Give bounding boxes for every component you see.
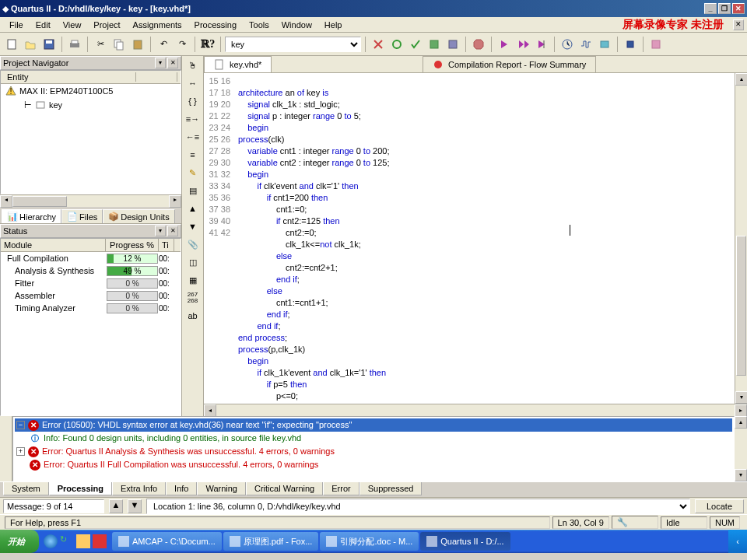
message-tab-processing[interactable]: Processing <box>49 482 112 495</box>
device-label[interactable]: MAX II: EPM240T100C5 <box>19 86 113 96</box>
uncomment-icon[interactable]: ▦ <box>184 272 202 288</box>
menu-file[interactable]: File <box>3 19 30 31</box>
app-icon[interactable] <box>93 534 107 548</box>
ab-icon[interactable]: ↔ <box>184 75 202 91</box>
tab-hierarchy[interactable]: 📊Hierarchy <box>2 209 61 223</box>
comment-icon[interactable]: ◫ <box>184 254 202 270</box>
cut-icon[interactable]: ✂ <box>92 36 109 53</box>
copy-icon[interactable] <box>110 36 128 53</box>
close-button[interactable]: ✕ <box>732 3 745 14</box>
start-button[interactable]: 开始 <box>0 530 39 553</box>
status-row[interactable]: Timing Analyzer0 %00: <box>1 302 181 314</box>
vscroll[interactable]: ▴ ▾ <box>735 73 747 404</box>
open-file-icon[interactable] <box>22 36 39 53</box>
message-tab-suppressed[interactable]: Suppressed <box>359 482 423 495</box>
next-message-icon[interactable]: ▼ <box>128 499 142 513</box>
tab-files[interactable]: 📄Files <box>61 209 103 223</box>
chip-icon[interactable] <box>622 36 639 53</box>
entity-tree[interactable]: Entity ! MAX II: EPM240T100C5 ⊢ key <box>0 70 181 194</box>
system-tray[interactable]: ‹ <box>728 530 747 553</box>
message-line[interactable]: ⓘInfo: Found 0 design units, including 0… <box>15 432 732 445</box>
compile-step-icon[interactable] <box>514 36 531 53</box>
locate-button[interactable]: Locate <box>695 499 744 513</box>
message-line[interactable]: ✕Error: Quartus II Full Compilation was … <box>15 458 732 471</box>
taskbar-button[interactable]: AMCAP - C:\Docum... <box>112 532 222 551</box>
waveform-icon[interactable] <box>577 36 594 53</box>
menu-processing[interactable]: Processing <box>188 19 243 31</box>
maximize-button[interactable]: ❐ <box>718 3 731 14</box>
message-line[interactable]: −✕Error (10500): VHDL syntax error at ke… <box>15 418 732 432</box>
stop-icon[interactable] <box>470 36 487 53</box>
tab-design-units[interactable]: 📦Design Units <box>103 209 174 223</box>
message-tab-warning[interactable]: Warning <box>197 482 246 495</box>
code-content[interactable]: architecture an of key is signal clk_1k … <box>235 73 735 404</box>
taskbar-button[interactable]: Quartus II - D:/... <box>420 532 510 551</box>
new-file-icon[interactable] <box>3 36 20 53</box>
editor-hscroll[interactable]: ◂▸ <box>204 404 747 416</box>
compile-arrow-icon[interactable] <box>533 36 550 53</box>
location-field[interactable]: Location 1: line 36, column 0, D:/vhdl/k… <box>146 499 690 514</box>
expand-icon[interactable]: − <box>16 421 25 429</box>
message-tab-critical-warning[interactable]: Critical Warning <box>246 482 323 495</box>
tab-compilation-report[interactable]: Compilation Report - Flow Summary <box>423 56 596 72</box>
outdent-icon[interactable]: ←≡ <box>184 129 202 145</box>
prev-bookmark-icon[interactable]: ▲ <box>184 201 202 216</box>
select-icon[interactable]: 🖱 <box>184 58 202 73</box>
hscroll[interactable]: ◂▸ <box>0 194 181 207</box>
status-minimize-icon[interactable]: ▾ <box>155 226 166 236</box>
menu-project[interactable]: Project <box>87 19 126 31</box>
message-tab-error[interactable]: Error <box>323 482 359 495</box>
message-line[interactable]: +✕Error: Quartus II Analysis & Synthesis… <box>15 445 732 458</box>
entity-selector[interactable]: key <box>225 37 361 52</box>
context-help-icon[interactable]: ℝ? <box>199 36 216 53</box>
menu-tools[interactable]: Tools <box>243 19 275 31</box>
tray-icon[interactable]: ‹ <box>736 537 739 546</box>
tab-key-vhd[interactable]: key.vhd* <box>204 56 272 72</box>
menu-assignments[interactable]: Assignments <box>127 19 188 31</box>
status-close-icon[interactable]: ✕ <box>167 226 178 236</box>
pin-icon[interactable] <box>426 36 443 53</box>
menu-view[interactable]: View <box>57 19 88 31</box>
expand-icon[interactable]: + <box>16 447 25 456</box>
print-icon[interactable] <box>66 36 83 53</box>
status-row[interactable]: Full Compilation12 %00: <box>1 252 181 264</box>
check-icon[interactable] <box>407 36 424 53</box>
brackets-icon[interactable]: { } <box>184 93 202 109</box>
programmer-icon[interactable] <box>647 36 665 53</box>
redo-icon[interactable]: ↷ <box>174 36 191 53</box>
prev-message-icon[interactable]: ▲ <box>109 499 123 513</box>
bookmark-icon[interactable]: ▤ <box>184 183 202 198</box>
message-area[interactable]: −✕Error (10500): VHDL syntax error at ke… <box>12 416 735 481</box>
clip-icon[interactable]: 📎 <box>184 236 202 252</box>
message-tab-system[interactable]: System <box>3 482 49 495</box>
db-icon[interactable] <box>444 36 461 53</box>
undo-icon[interactable]: ↶ <box>155 36 172 53</box>
taskbar-button[interactable]: 引脚分配.doc - M... <box>320 532 419 551</box>
message-tab-info[interactable]: Info <box>166 482 197 495</box>
menu-edit[interactable]: Edit <box>30 19 57 31</box>
paste-icon[interactable] <box>129 36 146 53</box>
ie-icon[interactable] <box>44 534 58 548</box>
next-bookmark-icon[interactable]: ▼ <box>184 219 202 234</box>
indent-icon[interactable]: ≡→ <box>184 111 202 127</box>
save-icon[interactable] <box>40 36 58 53</box>
taskbar-button[interactable]: 原理图.pdf - Fox... <box>223 532 319 551</box>
panel-minimize-icon[interactable]: ▾ <box>155 58 166 68</box>
panel-close-icon[interactable]: ✕ <box>167 58 178 68</box>
code-editor[interactable]: 15 16 17 18 19 20 21 22 23 24 25 26 27 2… <box>204 73 735 404</box>
status-row[interactable]: Fitter0 %00: <box>1 277 181 289</box>
gate-icon[interactable] <box>596 36 613 53</box>
compile-icon[interactable] <box>496 36 513 53</box>
timing-icon[interactable] <box>559 36 576 53</box>
status-row[interactable]: Analysis & Synthesis49 %00: <box>1 264 181 277</box>
highlight-icon[interactable]: ✎ <box>184 165 202 180</box>
message-tab-extra-info[interactable]: Extra Info <box>112 482 166 495</box>
minimize-button[interactable]: _ <box>704 3 717 14</box>
menu-help[interactable]: Help <box>318 19 349 31</box>
ab-text-icon[interactable]: ab <box>184 308 202 324</box>
folder-icon[interactable] <box>76 534 90 548</box>
refresh-icon[interactable]: ↻ <box>60 534 74 548</box>
status-row[interactable]: Assembler0 %00: <box>1 289 181 302</box>
settings-icon[interactable] <box>370 36 387 53</box>
assignment-icon[interactable] <box>388 36 405 53</box>
